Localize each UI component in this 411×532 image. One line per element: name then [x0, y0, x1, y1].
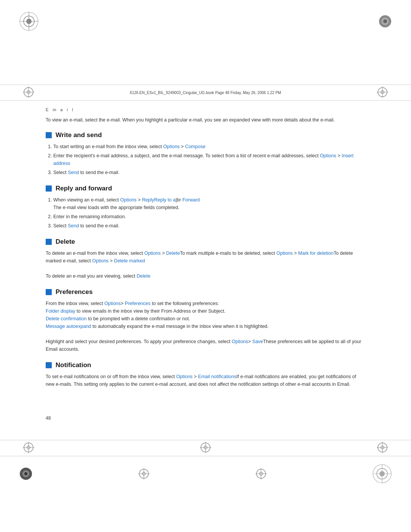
- delete-body: To delete an e-mail from the inbox view,…: [46, 249, 365, 280]
- bottom-center-right-crosshair: [255, 468, 267, 481]
- preferences-body: From the inbox view, select Options> Pre…: [46, 300, 365, 353]
- top-left-circle: [19, 11, 39, 31]
- section-write-and-send: Write and send To start writing an e-mai…: [46, 131, 365, 176]
- header-text: 6126.EN_ESv1_BIL_9249003_Cingular_UG.boo…: [130, 91, 281, 95]
- write-and-send-body: To start writing an e-mail from the inbo…: [46, 143, 365, 176]
- bottom-right-circle: [372, 464, 392, 485]
- page-number: 48: [0, 412, 411, 425]
- message-autoexpand-link[interactable]: Message autoexpand: [46, 324, 91, 329]
- preferences-heading: Preferences: [46, 288, 365, 296]
- pref-folder-display: Folder display to view emails in the inb…: [46, 307, 365, 315]
- delete-link[interactable]: Delete: [166, 251, 180, 256]
- email-label: E m a i l: [46, 107, 365, 112]
- options-link-2[interactable]: Options: [320, 153, 336, 158]
- footer-bar: [0, 440, 411, 456]
- delete-para-2: To delete an e-mail you are viewing, sel…: [46, 272, 365, 280]
- notification-icon: [46, 362, 52, 368]
- save-link[interactable]: Save: [252, 339, 263, 344]
- pref-autoexpand: Message autoexpand to automatically expa…: [46, 323, 365, 330]
- list-item: Enter in the remaining information.: [53, 213, 365, 220]
- send-link-2[interactable]: Send: [68, 223, 79, 228]
- footer-crosshair-center: [200, 442, 211, 454]
- delete-para-1: To delete an e-mail from the inbox view,…: [46, 249, 365, 265]
- preferences-intro: From the inbox view, select Options> Pre…: [46, 300, 365, 307]
- bottom-left-circle: [19, 467, 33, 482]
- list-item: When viewing an e-mail, select Options >…: [53, 196, 365, 211]
- section-delete: Delete To delete an e-mail from the inbo…: [46, 238, 365, 280]
- delete-title: Delete: [56, 238, 75, 246]
- svg-point-30: [24, 472, 27, 475]
- options-mark-link[interactable]: Options: [276, 251, 293, 256]
- notification-text: To set e-mail notifications on or off fr…: [46, 373, 365, 388]
- preferences-icon: [46, 289, 52, 295]
- header-crosshair-right: [377, 86, 388, 99]
- compose-link[interactable]: Compose: [185, 144, 206, 149]
- options-pref-link[interactable]: Options: [104, 301, 121, 306]
- write-and-send-title: Write and send: [56, 131, 102, 139]
- options-save-link[interactable]: Options: [232, 339, 248, 344]
- footer-crosshair-left: [23, 442, 34, 454]
- list-item: To start writing an e-mail from the inbo…: [53, 143, 365, 150]
- write-and-send-heading: Write and send: [46, 131, 365, 139]
- list-item: Select Send to send the e-mail.: [53, 222, 365, 230]
- section-notification: Notification To set e-mail notifications…: [46, 361, 365, 388]
- notification-title: Notification: [56, 361, 91, 369]
- section-preferences: Preferences From the inbox view, select …: [46, 288, 365, 353]
- insert-address-link[interactable]: Insert address: [53, 153, 354, 166]
- folder-display-link[interactable]: Folder display: [46, 308, 75, 314]
- options-link[interactable]: Options: [163, 144, 180, 149]
- section-reply-and-forward: Reply and forward When viewing an e-mail…: [46, 185, 365, 230]
- notification-body: To set e-mail notifications on or off fr…: [46, 373, 365, 388]
- reply-forward-title: Reply and forward: [56, 185, 112, 192]
- list-item: Enter the recipient's e-mail address, a …: [53, 152, 365, 167]
- preferences-title: Preferences: [56, 288, 92, 296]
- mark-deletion-link[interactable]: Mark for deletion: [298, 251, 334, 256]
- top-left-corner: [19, 11, 39, 31]
- forward-link[interactable]: Forward: [182, 197, 200, 203]
- options-notif-link[interactable]: Options: [176, 374, 193, 379]
- top-corners: [0, 0, 411, 31]
- intro-text: To view an e-mail, select the e-mail. Wh…: [46, 117, 365, 124]
- delete-heading: Delete: [46, 238, 365, 246]
- reply-forward-icon: [46, 185, 52, 192]
- pref-delete-confirm: Delete confirmation to be prompted with …: [46, 315, 365, 323]
- delete-marked-link[interactable]: Delete marked: [114, 258, 145, 264]
- bottom-corners: [0, 456, 411, 496]
- top-right-corner: [378, 14, 392, 28]
- options-delete-marked-link[interactable]: Options: [92, 258, 108, 264]
- delete-viewing-link[interactable]: Delete: [137, 273, 150, 279]
- write-and-send-icon: [46, 132, 52, 138]
- options-reply-link[interactable]: Options: [120, 197, 137, 203]
- preferences-save-text: Highlight and select your desired prefer…: [46, 338, 365, 353]
- header-crosshair-left: [23, 86, 34, 99]
- list-item: Select Send to send the e-mail.: [53, 169, 365, 176]
- notification-heading: Notification: [46, 361, 365, 369]
- delete-confirmation-link[interactable]: Delete confirmation: [46, 316, 87, 321]
- reply-link[interactable]: ReplyReply to a: [142, 197, 175, 203]
- reply-forward-body: When viewing an e-mail, select Options >…: [46, 196, 365, 230]
- svg-point-7: [383, 19, 387, 23]
- footer-crosshair-right: [377, 442, 388, 454]
- bottom-center-left-crosshair: [138, 468, 150, 481]
- email-notif-link[interactable]: Email notifications: [198, 374, 236, 379]
- options-delete-link[interactable]: Options: [144, 251, 161, 256]
- reply-forward-heading: Reply and forward: [46, 185, 365, 192]
- preferences-link[interactable]: Preferences: [125, 301, 150, 306]
- main-content: E m a i l To view an e-mail, select the …: [0, 101, 411, 412]
- header-bar: 6126.EN_ESv1_BIL_9249003_Cingular_UG.boo…: [0, 85, 411, 101]
- top-right-circle: [378, 14, 392, 28]
- send-link-1[interactable]: Send: [68, 170, 79, 175]
- page: 6126.EN_ESv1_BIL_9249003_Cingular_UG.boo…: [0, 0, 411, 532]
- delete-icon: [46, 239, 52, 245]
